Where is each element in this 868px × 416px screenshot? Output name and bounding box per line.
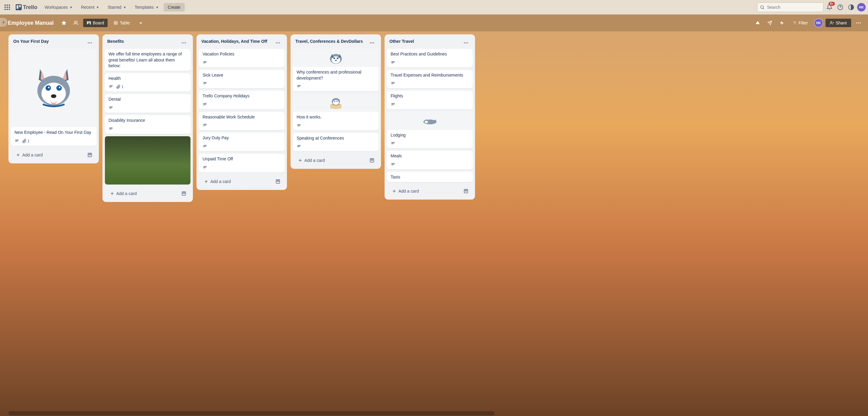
trello-logo[interactable]: Trello	[13, 4, 40, 10]
card-template-button[interactable]	[462, 187, 470, 195]
horizontal-scrollbar[interactable]	[8, 411, 495, 415]
card[interactable]	[105, 136, 190, 184]
workspaces-button[interactable]: Workspaces▼	[41, 3, 76, 11]
apps-menu-icon[interactable]	[2, 2, 12, 12]
svg-point-40	[91, 42, 92, 43]
svg-point-122	[464, 42, 465, 43]
board-menu-button[interactable]	[854, 18, 863, 28]
card[interactable]: Sick Leave	[199, 70, 284, 89]
card-template-button[interactable]	[368, 156, 376, 165]
add-card-button[interactable]: Add a card	[390, 187, 462, 195]
card[interactable]: Disability Insurance	[105, 115, 190, 134]
card[interactable]: Meals	[387, 151, 472, 170]
card-title: Vacation Policies	[203, 51, 281, 57]
card[interactable]: Dental	[105, 94, 190, 113]
list-title[interactable]: Travel, Conferences & DevDollars	[296, 38, 363, 44]
star-button[interactable]	[59, 18, 69, 28]
add-card-button[interactable]: Add a card	[201, 177, 274, 186]
card[interactable]: Unpaid Time Off	[199, 154, 284, 172]
card[interactable]: Lodging	[387, 112, 472, 149]
card[interactable]: Why conferences and professional develop…	[293, 49, 378, 91]
card[interactable]: New Employee - Read On Your First Day1	[11, 49, 96, 146]
description-badge	[203, 81, 207, 86]
svg-rect-3	[4, 7, 6, 8]
notifications-button[interactable]: 9+	[825, 2, 834, 12]
template-icon	[370, 158, 374, 163]
search-input[interactable]	[767, 5, 821, 10]
list-title[interactable]: Benefits	[107, 38, 124, 44]
list-menu-button[interactable]	[368, 38, 376, 47]
visibility-button[interactable]	[71, 18, 81, 28]
board-canvas[interactable]: On Your First Day New Employee - Read On…	[0, 31, 868, 416]
send-icon	[767, 21, 772, 25]
card[interactable]: How it works.	[293, 94, 378, 130]
avatar[interactable]: HK	[857, 3, 866, 11]
board-title[interactable]: Employee Manual	[5, 20, 57, 26]
description-badge	[203, 144, 207, 149]
card-title: Unpaid Time Off	[203, 156, 281, 162]
card-badges	[293, 143, 378, 151]
card-template-button[interactable]	[86, 151, 94, 159]
card-template-button[interactable]	[274, 177, 282, 186]
more-icon	[463, 40, 469, 46]
svg-rect-54	[89, 154, 91, 155]
list-menu-button[interactable]	[86, 38, 94, 47]
view-switcher-button[interactable]	[136, 18, 146, 28]
card[interactable]: Vacation Policies	[199, 49, 284, 67]
card-badges	[387, 140, 472, 148]
table-view-button[interactable]: Table	[110, 19, 133, 27]
list-title[interactable]: On Your First Day	[13, 38, 49, 44]
card[interactable]: Reasonable Work Schedule	[199, 112, 284, 130]
card[interactable]: Best Practices and Guidelines	[387, 49, 472, 67]
attachment-icon	[116, 85, 121, 89]
card[interactable]: Taxis	[387, 172, 472, 182]
list: Benefits We offer full time employees a …	[102, 34, 193, 202]
add-card-button[interactable]: Add a card	[296, 156, 368, 165]
description-icon	[391, 141, 396, 146]
list-title[interactable]: Other Travel	[390, 38, 414, 44]
templates-button[interactable]: Templates▼	[131, 3, 162, 11]
recent-button[interactable]: Recent▼	[78, 3, 103, 11]
card[interactable]: Jury Duty Pay	[199, 132, 284, 151]
search-icon	[760, 5, 765, 10]
card[interactable]: Speaking at Conferences	[293, 133, 378, 152]
list-title[interactable]: Vacation, Holidays, And Time Off	[201, 38, 267, 44]
card-template-button[interactable]	[180, 189, 188, 198]
description-icon	[108, 106, 113, 110]
description-badge	[391, 141, 396, 146]
search-box[interactable]	[757, 2, 824, 12]
list-cards: Vacation PoliciesSick LeaveTrello Compan…	[199, 48, 284, 175]
share-button[interactable]: Share	[826, 19, 851, 27]
card[interactable]: Trello Company Holidays	[199, 91, 284, 110]
card[interactable]: We offer full time employees a range of …	[105, 49, 190, 71]
list-menu-button[interactable]	[180, 38, 188, 47]
powerup-rocket-button[interactable]	[765, 18, 775, 28]
description-badge	[108, 106, 113, 110]
help-button[interactable]	[835, 2, 845, 12]
svg-rect-1	[7, 4, 8, 6]
card[interactable]: Health1	[105, 73, 190, 92]
boardbar: Employee Manual Board Table Filter HK Sh…	[0, 14, 868, 31]
add-card-button[interactable]: Add a card	[13, 151, 86, 159]
filter-button[interactable]: Filter	[789, 19, 812, 27]
theme-button[interactable]	[846, 2, 856, 12]
card[interactable]: Flights	[387, 91, 472, 110]
powerup-drive-button[interactable]	[753, 18, 763, 28]
card-title: Best Practices and Guidelines	[391, 51, 469, 57]
automation-button[interactable]	[777, 18, 786, 28]
board-view-button[interactable]: Board	[83, 19, 107, 27]
svg-rect-2	[9, 4, 10, 6]
list-menu-button[interactable]	[274, 38, 282, 47]
svg-point-46	[59, 87, 60, 88]
card-title: Lodging	[391, 132, 469, 138]
starred-button[interactable]: Starred▼	[104, 3, 130, 11]
board-member-avatar[interactable]: HK	[814, 19, 823, 27]
description-icon	[391, 60, 396, 65]
card-badges	[387, 80, 472, 88]
card[interactable]: Travel Expenses and Reimbursements	[387, 70, 472, 89]
card-title: Sick Leave	[203, 72, 281, 78]
svg-point-55	[182, 42, 183, 43]
add-card-button[interactable]: Add a card	[107, 189, 180, 198]
list-menu-button[interactable]	[462, 38, 470, 47]
create-button[interactable]: Create	[164, 3, 185, 11]
